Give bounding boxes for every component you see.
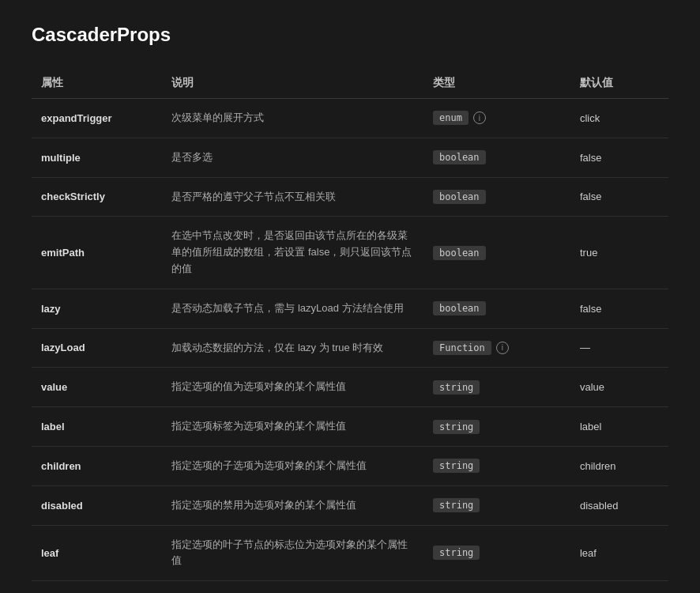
prop-default: false [570, 177, 668, 217]
prop-name: lazy [32, 289, 162, 328]
prop-default: 500 [570, 581, 668, 593]
prop-desc: 是否动态加载子节点，需与 lazyLoad 方法结合使用 [162, 289, 423, 328]
prop-type: string [423, 446, 570, 485]
info-icon[interactable]: i [496, 342, 509, 354]
prop-type: string [423, 485, 570, 525]
prop-name: disabled [32, 485, 162, 525]
prop-desc: 次级菜单的展开方式 [162, 99, 423, 138]
prop-name: lazyLoad [32, 328, 162, 368]
prop-default: true [570, 217, 668, 289]
page-title: CascaderProps [32, 24, 668, 46]
prop-name: children [32, 446, 162, 485]
type-badge: boolean [433, 190, 486, 204]
prop-name: value [32, 368, 162, 407]
prop-type: string [423, 407, 570, 447]
header-default: 默认值 [570, 68, 668, 99]
prop-default: disabled [570, 485, 668, 525]
table-row: lazyLoad加载动态数据的方法，仅在 lazy 为 true 时有效Func… [32, 328, 668, 368]
prop-desc: 指定选项的子选项为选项对象的某个属性值 [162, 446, 423, 485]
prop-default: value [570, 368, 668, 407]
table-row: checkStrictly是否严格的遵守父子节点不互相关联booleanfals… [32, 177, 668, 217]
prop-desc: 在选中节点改变时，是否返回由该节点所在的各级菜单的值所组成的数组，若设置 fal… [162, 217, 423, 289]
table-row: lazy是否动态加载子节点，需与 lazyLoad 方法结合使用booleanf… [32, 289, 668, 328]
info-icon[interactable]: i [473, 111, 486, 124]
prop-name: emitPath [32, 217, 162, 289]
prop-type: Functioni [423, 328, 570, 368]
table-row: children指定选项的子选项为选项对象的某个属性值stringchildre… [32, 446, 668, 485]
prop-desc: 是否严格的遵守父子节点不互相关联 [162, 177, 423, 217]
prop-desc: 指定选项的值为选项对象的某个属性值 [162, 368, 423, 407]
table-row: leaf指定选项的叶子节点的标志位为选项对象的某个属性值stringleaf [32, 525, 668, 581]
prop-name: label [32, 407, 162, 447]
prop-name: multiple [32, 138, 162, 177]
type-badge: enum [433, 111, 469, 125]
table-row: emitPath在选中节点改变时，是否返回由该节点所在的各级菜单的值所组成的数组… [32, 217, 668, 289]
type-badge: boolean [433, 301, 486, 315]
type-badge: Function [433, 341, 491, 355]
type-badge: string [433, 420, 480, 434]
props-table: 属性 说明 类型 默认值 expandTrigger次级菜单的展开方式enumi… [32, 68, 668, 593]
prop-type: boolean [423, 217, 570, 289]
type-badge: string [433, 380, 480, 395]
prop-default: false [570, 289, 668, 328]
table-row: disabled指定选项的禁用为选项对象的某个属性值stringdisabled [32, 485, 668, 525]
prop-type: boolean [423, 289, 570, 328]
header-property: 属性 [32, 68, 162, 99]
table-row: expandTrigger次级菜单的展开方式enumiclick [32, 99, 668, 138]
prop-default: leaf [570, 525, 668, 581]
type-badge: boolean [433, 246, 486, 260]
prop-type: number [423, 581, 570, 593]
prop-name: leaf [32, 525, 162, 581]
prop-type: enumi [423, 99, 570, 138]
prop-default: click [570, 99, 668, 138]
prop-default: false [570, 138, 668, 177]
prop-default: — [570, 328, 668, 368]
prop-type: string [423, 368, 570, 407]
prop-default: label [570, 407, 668, 447]
prop-desc: 是否多选 [162, 138, 423, 177]
prop-name: expandTrigger [32, 99, 162, 138]
table-row: multiple是否多选booleanfalse [32, 138, 668, 177]
prop-name: hoverThreshold [32, 581, 162, 593]
table-row: value指定选项的值为选项对象的某个属性值stringvalue [32, 368, 668, 407]
header-description: 说明 [162, 68, 423, 99]
prop-desc: 指定选项的禁用为选项对象的某个属性值 [162, 485, 423, 525]
prop-type: string [423, 525, 570, 581]
table-row: label指定选项标签为选项对象的某个属性值stringlabel [32, 407, 668, 447]
table-row: hoverThresholdhover 时展开菜单的灵敏度阈值number500 [32, 581, 668, 593]
prop-desc: 指定选项标签为选项对象的某个属性值 [162, 407, 423, 447]
type-badge: boolean [433, 150, 486, 164]
prop-desc: 加载动态数据的方法，仅在 lazy 为 true 时有效 [162, 328, 423, 368]
prop-type: boolean [423, 177, 570, 217]
type-badge: string [433, 459, 480, 473]
prop-type: boolean [423, 138, 570, 177]
type-badge: string [433, 546, 480, 560]
type-badge: string [433, 498, 480, 512]
prop-desc: 指定选项的叶子节点的标志位为选项对象的某个属性值 [162, 525, 423, 581]
prop-desc: hover 时展开菜单的灵敏度阈值 [162, 581, 423, 593]
prop-default: children [570, 446, 668, 485]
prop-name: checkStrictly [32, 177, 162, 217]
header-type: 类型 [423, 68, 570, 99]
